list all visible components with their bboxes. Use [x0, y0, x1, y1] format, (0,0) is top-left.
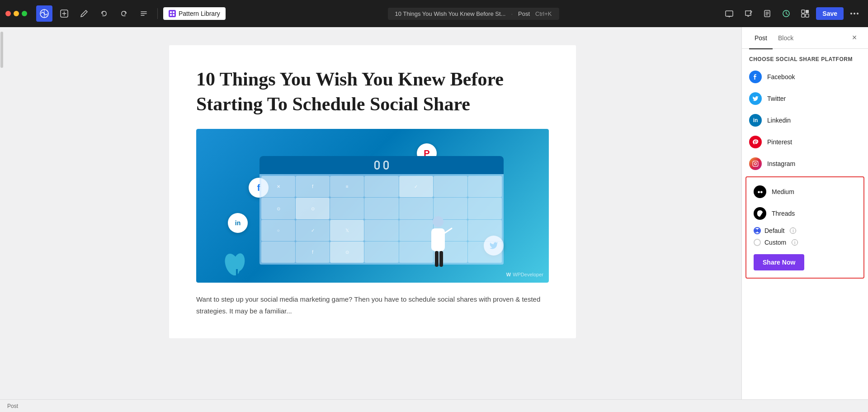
medium-label: Medium: [772, 188, 794, 195]
svg-point-13: [850, 13, 852, 14]
cal-cell: [364, 242, 398, 263]
toolbar-divider: [157, 8, 158, 19]
post-image-container: P f in ✕: [196, 129, 549, 283]
pinterest-label: Pinterest: [767, 138, 792, 146]
radio-default-circle: [754, 227, 761, 234]
post-type: Post: [518, 10, 530, 17]
platform-item-facebook[interactable]: Facebook: [745, 66, 864, 88]
svg-rect-10: [806, 10, 809, 13]
svg-rect-19: [439, 251, 443, 267]
svg-line-20: [445, 228, 452, 233]
svg-rect-6: [726, 11, 733, 16]
toolbar: Pattern Library 10 Things You Wish You K…: [0, 0, 868, 27]
svg-rect-18: [435, 251, 439, 267]
cal-cell: [468, 198, 502, 219]
platform-item-instagram[interactable]: Instagram: [745, 153, 864, 175]
platform-list: Facebook Twitter in Linkedin: [742, 66, 868, 175]
pen-button[interactable]: [76, 5, 92, 22]
schedule-button[interactable]: [778, 5, 794, 22]
custom-info-icon: i: [792, 239, 798, 246]
watermark: W WPDeveloper: [506, 272, 543, 277]
scrollbar-thumb[interactable]: [0, 32, 3, 68]
linkedin-icon: in: [749, 114, 762, 127]
radio-custom-circle: [754, 239, 761, 246]
svg-rect-4: [170, 14, 172, 16]
radio-custom-label: Custom: [764, 239, 786, 246]
status-post-label: Post: [7, 403, 18, 409]
more-options-button[interactable]: [846, 5, 863, 22]
cal-cell: [468, 242, 502, 263]
post-title-short: 10 Things You Wish You Knew Before St...: [395, 10, 506, 17]
twitter-label: Twitter: [767, 95, 786, 102]
svg-rect-11: [802, 14, 805, 17]
post-excerpt: Want to step up your social media market…: [196, 294, 549, 317]
cal-cell: ○: [261, 220, 295, 241]
platform-item-threads[interactable]: Threads: [750, 203, 860, 224]
cal-cell: [468, 176, 502, 197]
list-view-button[interactable]: [136, 5, 152, 22]
pattern-library-label: Pattern Library: [179, 10, 220, 17]
mac-maximize-button[interactable]: [22, 11, 27, 16]
post-info-bar[interactable]: 10 Things You Wish You Knew Before St...…: [388, 8, 559, 20]
main-area: 10 Things You Wish You Knew Before Start…: [0, 27, 868, 399]
svg-point-16: [433, 216, 443, 227]
calendar-header: [259, 156, 504, 174]
calendar-grid: ✕ f ≡ ✓ ⊙ ⊙: [259, 156, 504, 265]
svg-rect-3: [173, 11, 175, 13]
radio-default-label: Default: [764, 227, 784, 234]
radio-default[interactable]: Default i: [754, 227, 856, 234]
cal-cell: f: [296, 242, 330, 263]
instagram-icon: [749, 157, 762, 170]
mac-close-button[interactable]: [5, 11, 11, 16]
panel-header: Post Block ×: [742, 27, 868, 49]
post-image: P f in ✕: [196, 129, 549, 283]
platform-item-pinterest[interactable]: Pinterest: [745, 131, 864, 153]
tab-block[interactable]: Block: [773, 28, 799, 49]
threads-icon: [754, 207, 766, 220]
pinterest-icon: [749, 136, 762, 148]
cal-cell: [468, 220, 502, 241]
panel-close-button[interactable]: ×: [848, 32, 861, 44]
post-title[interactable]: 10 Things You Wish You Knew Before Start…: [196, 67, 549, 116]
cal-cell: ✕: [261, 176, 295, 197]
person-illustration: [422, 215, 454, 274]
pattern-lib-icon: [169, 10, 176, 17]
settings-button[interactable]: [797, 5, 813, 22]
platform-item-medium[interactable]: ●● Medium: [750, 181, 860, 203]
radio-group: Default i Custom i: [746, 224, 863, 249]
cal-cell: ⊙: [261, 198, 295, 219]
platform-item-linkedin[interactable]: in Linkedin: [745, 109, 864, 131]
revisions-button[interactable]: [759, 5, 775, 22]
platform-item-twitter[interactable]: Twitter: [745, 88, 864, 109]
facebook-label: Facebook: [767, 73, 795, 81]
pattern-library-button[interactable]: Pattern Library: [163, 7, 226, 20]
linkedin-label: Linkedin: [767, 117, 791, 124]
vertical-scrollbar[interactable]: [0, 27, 4, 399]
svg-rect-5: [173, 14, 175, 16]
svg-rect-9: [802, 10, 805, 13]
cal-cell: 𝕏: [330, 220, 364, 241]
cal-cell: [364, 176, 398, 197]
twitter-icon: [749, 92, 762, 105]
add-block-button[interactable]: [56, 5, 72, 22]
mac-minimize-button[interactable]: [14, 11, 19, 16]
svg-rect-24: [753, 161, 758, 166]
radio-custom[interactable]: Custom i: [754, 239, 856, 246]
undo-button[interactable]: [96, 5, 112, 22]
medium-icon: ●●: [754, 185, 766, 198]
wp-logo[interactable]: [36, 5, 52, 22]
cal-cell: [261, 242, 295, 263]
cal-cell: ✓: [399, 176, 433, 197]
share-now-button[interactable]: Share Now: [754, 254, 804, 270]
panel-body: Choose Social Share Platform Facebook: [742, 49, 868, 399]
redo-button[interactable]: [116, 5, 132, 22]
tab-post[interactable]: Post: [749, 28, 773, 49]
svg-point-25: [755, 163, 757, 165]
editor-area[interactable]: 10 Things You Wish You Knew Before Start…: [4, 27, 741, 399]
preview-button[interactable]: [740, 5, 756, 22]
svg-point-15: [857, 13, 859, 14]
status-bar: Post: [0, 399, 868, 412]
save-button[interactable]: Save: [816, 7, 844, 20]
responsive-preview-button[interactable]: [721, 5, 737, 22]
cal-cell: ⊙: [330, 242, 364, 263]
